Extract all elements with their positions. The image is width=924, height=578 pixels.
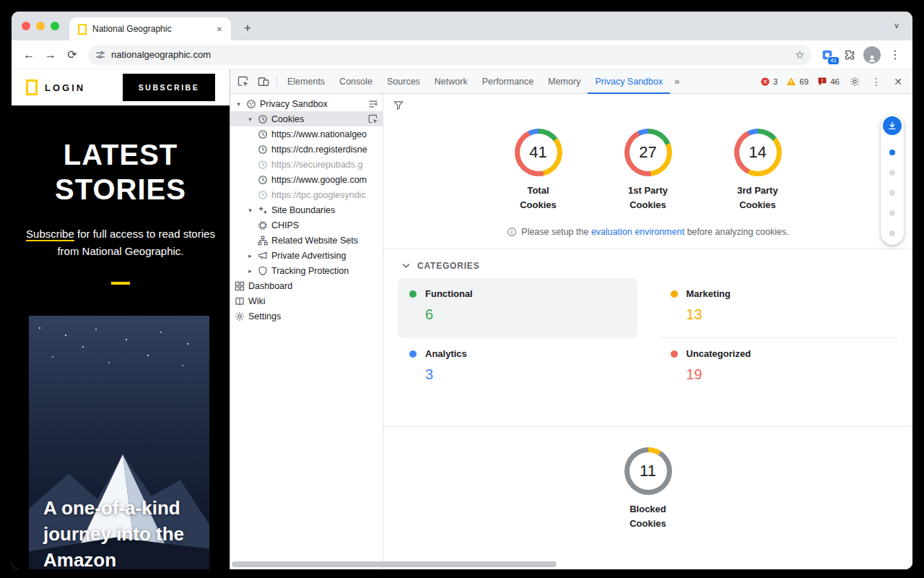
extension-button[interactable]: 41 — [817, 45, 837, 65]
tree-item-label: Cookies — [271, 114, 304, 124]
error-count: 3 — [773, 77, 777, 86]
tree-item-wiki[interactable]: Wiki — [230, 293, 383, 309]
categories-grid: Functional6Marketing13Analytics3Uncatego… — [398, 278, 898, 405]
back-button[interactable]: ← — [19, 45, 39, 65]
close-window-button[interactable] — [22, 22, 30, 30]
tree-item-label: https://securepubads.g — [271, 160, 362, 170]
address-bar[interactable]: nationalgeographic.com ☆ — [88, 45, 811, 65]
categories-header[interactable]: CATEGORIES — [383, 249, 912, 271]
bookmark-star-icon[interactable]: ☆ — [790, 45, 810, 65]
tree-item-privacy-sandbox[interactable]: ▾Privacy Sandbox — [230, 96, 383, 111]
donut-blocked-cookies-label: BlockedCookies — [614, 502, 683, 531]
forward-button[interactable]: → — [40, 45, 61, 65]
new-tab-button[interactable]: + — [238, 19, 257, 38]
profile-avatar[interactable] — [863, 46, 881, 64]
tree-item-tracking-protection[interactable]: ▸Tracking Protection — [230, 263, 383, 278]
inspect-icon[interactable] — [368, 114, 378, 124]
category-marketing[interactable]: Marketing13 — [659, 278, 899, 338]
devtools-tab-memory[interactable]: Memory — [541, 69, 588, 94]
tree-item-label: Settings — [248, 311, 281, 322]
clock-icon — [258, 144, 268, 155]
category-functional[interactable]: Functional6 — [398, 278, 637, 338]
collapsed-arrow-icon[interactable]: ▸ — [246, 267, 254, 275]
tree-item-https-securepubads-g[interactable]: https://securepubads.g — [230, 157, 383, 172]
collapse-icon[interactable] — [368, 99, 378, 109]
devtools-tab-performance[interactable]: Performance — [475, 69, 541, 94]
devtools-close-button[interactable]: ✕ — [888, 72, 908, 91]
inspect-element-button[interactable] — [233, 72, 253, 91]
nav-dot[interactable] — [889, 170, 895, 176]
login-link[interactable]: LOGIN — [45, 82, 85, 93]
nav-dot[interactable] — [889, 230, 895, 236]
download-report-button[interactable] — [883, 116, 902, 135]
issues-badge[interactable]: 46 — [814, 77, 843, 87]
minimize-window-button[interactable] — [36, 22, 45, 30]
nav-dot[interactable] — [889, 210, 895, 216]
tree-item-label: Wiki — [248, 296, 266, 306]
category-dot — [409, 290, 417, 298]
collapsed-arrow-icon[interactable]: ▸ — [246, 252, 254, 259]
tree-item-https-www-google-com[interactable]: https://www.google.com — [230, 172, 383, 187]
tree-item-related-website-sets[interactable]: Related Website Sets — [230, 233, 383, 248]
filter-icon[interactable] — [393, 100, 404, 111]
site-settings-icon[interactable] — [95, 50, 105, 60]
hero-title: A one-of-a-kind journey into the Amazon — [43, 495, 184, 569]
expanded-arrow-icon[interactable]: ▾ — [235, 100, 243, 108]
donut-blocked-cookies-value: 11 — [629, 452, 667, 490]
category-analytics[interactable]: Analytics3 — [398, 338, 637, 405]
devtools-tab-elements[interactable]: Elements — [280, 69, 332, 94]
subscribe-button[interactable]: SUBSCRIBE — [123, 74, 215, 101]
category-uncategorized[interactable]: Uncategorized19 — [659, 338, 899, 405]
natgeo-logo[interactable] — [26, 79, 38, 95]
subscribe-link[interactable]: Subscribe — [26, 228, 74, 241]
tab-search-chevron-icon[interactable]: ∨ — [894, 21, 899, 30]
setup-info: Please setup the evaluation environment … — [383, 227, 912, 237]
donut-1st-party-cookies-value: 27 — [629, 134, 667, 171]
reload-button[interactable]: ⟳ — [62, 45, 82, 65]
more-tabs-button[interactable]: » — [670, 76, 684, 87]
zoom-window-button[interactable] — [51, 22, 59, 30]
device-toolbar-button[interactable] — [253, 72, 274, 91]
tree-item-https-cdn-registerdisne[interactable]: https://cdn.registerdisne — [230, 142, 383, 157]
category-count: 19 — [687, 366, 887, 383]
evaluation-environment-link[interactable]: evaluation environment — [591, 227, 684, 237]
tab-title: National Geographic — [92, 24, 208, 34]
nav-dot[interactable] — [889, 190, 895, 196]
devtools-tab-privacy-sandbox[interactable]: Privacy Sandbox — [588, 69, 670, 94]
tree-item-dashboard[interactable]: Dashboard — [230, 278, 383, 293]
tree-item-https-tpc-googlesyndic[interactable]: https://tpc.googlesyndic — [230, 187, 383, 202]
tree-item-label: Private Advertising — [271, 251, 346, 261]
tree-item-private-advertising[interactable]: ▸Private Advertising — [230, 248, 383, 263]
expanded-arrow-icon[interactable]: ▾ — [246, 116, 254, 123]
devtools-menu-button[interactable]: ⋮ — [866, 72, 886, 91]
tree-item-cookies[interactable]: ▾Cookies — [230, 111, 383, 126]
hero-image[interactable]: A one-of-a-kind journey into the Amazon — [29, 316, 209, 569]
devtools-tab-sources[interactable]: Sources — [380, 69, 427, 94]
tree-item-chips[interactable]: CHIPS — [230, 217, 383, 233]
promo-text: Subscribe for full access to read storie… — [12, 225, 230, 260]
blocked-cookies-section: 11BlockedCookies — [383, 427, 912, 531]
extension-badge: 41 — [827, 56, 840, 65]
expanded-arrow-icon[interactable]: ▾ — [246, 207, 254, 214]
devtools-tab-console[interactable]: Console — [332, 69, 380, 94]
shield-icon — [258, 266, 268, 276]
tree-item-label: CHIPS — [271, 220, 299, 230]
nav-dot-active[interactable] — [889, 150, 895, 155]
tree-item-site-boundaries[interactable]: ▾Site Boundaries — [230, 202, 383, 217]
tree-item-settings[interactable]: Settings — [230, 309, 383, 324]
donut-3rd-party-cookies-value: 14 — [739, 134, 777, 171]
extensions-menu-button[interactable] — [839, 45, 859, 65]
clock-icon — [258, 190, 268, 200]
horizontal-scrollbar[interactable] — [230, 561, 912, 567]
devtools-settings-button[interactable] — [845, 72, 865, 91]
error-badge[interactable]: 3 — [757, 77, 781, 87]
devtools-tab-network[interactable]: Network — [427, 69, 475, 94]
scrollbar-thumb[interactable] — [232, 561, 557, 567]
warning-badge[interactable]: 69 — [783, 77, 812, 87]
tree-item-label: Related Website Sets — [271, 236, 358, 246]
tab-close-icon[interactable]: ✕ — [214, 23, 225, 35]
tree-item-https-www-nationalgeo[interactable]: https://www.nationalgeo — [230, 126, 383, 142]
browser-tab[interactable]: National Geographic ✕ — [69, 17, 231, 40]
browser-menu-button[interactable]: ⋮ — [885, 45, 905, 65]
sitemap-icon — [258, 236, 268, 246]
